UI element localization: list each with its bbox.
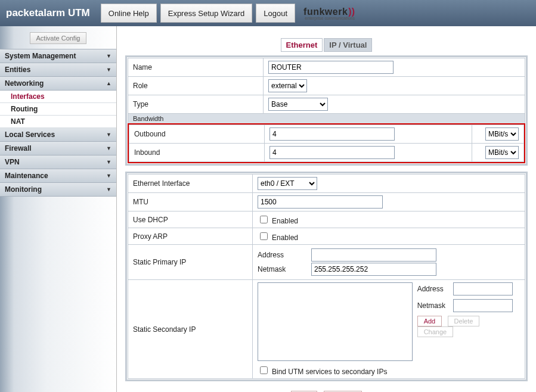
tab-ip-virtual[interactable]: IP / Virtual bbox=[324, 38, 372, 52]
proxy-arp-checkbox[interactable] bbox=[260, 232, 268, 240]
sidebar-group-vpn[interactable]: VPN▼ bbox=[0, 155, 116, 169]
caret-up-icon: ▲ bbox=[106, 80, 111, 86]
sidebar: Activate Config System Management▼ Entit… bbox=[0, 26, 117, 392]
role-select[interactable]: external bbox=[268, 79, 307, 92]
secondary-ip-listbox[interactable] bbox=[258, 282, 413, 361]
sidebar-group-firewall[interactable]: Firewall▼ bbox=[0, 142, 116, 155]
tab-ethernet[interactable]: Ethernet bbox=[281, 38, 323, 52]
dhcp-label: Use DHCP bbox=[128, 211, 253, 228]
tabs: EthernetIP / Virtual bbox=[117, 38, 536, 52]
caret-down-icon: ▼ bbox=[106, 159, 111, 165]
secondary-netmask-label: Netmask bbox=[417, 301, 453, 310]
sidebar-item-routing[interactable]: Routing bbox=[0, 103, 116, 116]
proxy-arp-label: Proxy ARP bbox=[128, 228, 253, 245]
name-input[interactable] bbox=[268, 61, 394, 74]
secondary-address-input[interactable] bbox=[453, 282, 513, 295]
sidebar-group-monitoring[interactable]: Monitoring▼ bbox=[0, 183, 116, 197]
add-button[interactable]: Add bbox=[417, 316, 442, 326]
sidebar-group-maintenance[interactable]: Maintenance▼ bbox=[0, 169, 116, 183]
secondary-address-label: Address bbox=[417, 285, 453, 293]
bind-utm-label: Bind UTM services to secondary IPs bbox=[272, 368, 387, 376]
mtu-label: MTU bbox=[128, 193, 253, 211]
primary-address-input[interactable] bbox=[311, 248, 436, 262]
delete-button[interactable]: Delete bbox=[448, 316, 480, 326]
brand-title: packetalarm UTM bbox=[6, 7, 90, 19]
caret-down-icon: ▼ bbox=[106, 145, 111, 151]
sidebar-group-entities[interactable]: Entities▼ bbox=[0, 63, 116, 77]
bandwidth-highlight: Outbound MBit/s Inbound MBit/s bbox=[128, 123, 525, 163]
outbound-unit-select[interactable]: MBit/s bbox=[485, 127, 519, 141]
activate-config-button[interactable]: Activate Config bbox=[30, 32, 87, 44]
express-setup-wizard-button[interactable]: Express Setup Wizard bbox=[160, 4, 253, 23]
primary-address-label: Address bbox=[258, 251, 311, 259]
sidebar-item-interfaces[interactable]: Interfaces bbox=[0, 91, 116, 103]
caret-down-icon: ▼ bbox=[106, 132, 111, 138]
change-button[interactable]: Change bbox=[417, 326, 454, 337]
sidebar-group-networking[interactable]: Networking▲ bbox=[0, 77, 116, 91]
sidebar-group-system-management[interactable]: System Management▼ bbox=[0, 49, 116, 63]
static-secondary-ip-label: Static Secondary IP bbox=[128, 280, 253, 379]
type-label: Type bbox=[128, 95, 264, 114]
sidebar-item-nat[interactable]: NAT bbox=[0, 116, 116, 128]
inbound-label: Inbound bbox=[129, 144, 265, 162]
outbound-input[interactable] bbox=[269, 127, 395, 141]
eth-if-select[interactable]: eth0 / EXT bbox=[258, 177, 317, 190]
panel-basic: Name Role external Type Base Bandwidth O… bbox=[125, 55, 528, 166]
caret-down-icon: ▼ bbox=[106, 173, 111, 179]
secondary-netmask-input[interactable] bbox=[453, 299, 513, 312]
primary-netmask-label: Netmask bbox=[258, 265, 311, 273]
caret-down-icon: ▼ bbox=[106, 53, 111, 59]
topbar: packetalarm UTM Online Help Express Setu… bbox=[0, 0, 536, 26]
name-label: Name bbox=[128, 58, 264, 77]
caret-down-icon: ▼ bbox=[106, 186, 111, 192]
caret-down-icon: ▼ bbox=[106, 67, 111, 73]
form-buttons: OK Cancel bbox=[117, 387, 536, 392]
primary-netmask-input[interactable] bbox=[311, 263, 436, 276]
logo-waves-icon: )) bbox=[348, 7, 355, 17]
bind-utm-checkbox[interactable] bbox=[260, 366, 268, 374]
logout-button[interactable]: Logout bbox=[256, 4, 295, 23]
inbound-input[interactable] bbox=[269, 146, 395, 159]
outbound-label: Outbound bbox=[129, 125, 265, 144]
bandwidth-section-header: Bandwidth bbox=[128, 114, 525, 124]
inbound-unit-select[interactable]: MBit/s bbox=[485, 146, 519, 159]
eth-if-label: Ethernet Interface bbox=[128, 175, 253, 193]
panel-ethernet-settings: Ethernet Interface eth0 / EXT MTU Use DH… bbox=[125, 172, 528, 381]
dhcp-checkbox[interactable] bbox=[260, 216, 268, 223]
online-help-button[interactable]: Online Help bbox=[101, 4, 157, 23]
mtu-input[interactable] bbox=[258, 195, 383, 209]
sidebar-group-local-services[interactable]: Local Services▼ bbox=[0, 128, 116, 142]
type-select[interactable]: Base bbox=[268, 98, 328, 111]
content-area: EthernetIP / Virtual Name Role external … bbox=[117, 26, 536, 392]
vendor-logo: funkwerk)) enterprise communications bbox=[303, 7, 355, 20]
role-label: Role bbox=[128, 77, 264, 95]
static-primary-ip-label: Static Primary IP bbox=[128, 245, 253, 280]
